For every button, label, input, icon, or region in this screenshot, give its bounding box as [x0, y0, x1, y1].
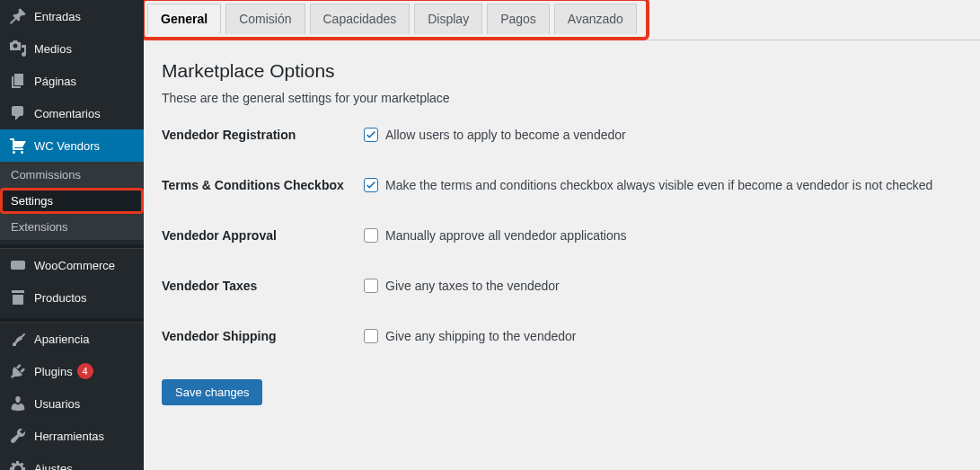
- sidebar-item-wc-vendors[interactable]: WC Vendors: [0, 129, 144, 162]
- sidebar-item-comentarios[interactable]: Comentarios: [0, 97, 144, 129]
- pin-icon: [9, 7, 27, 25]
- settings-tabs: General Comisión Capacidades Display Pag…: [147, 4, 637, 34]
- comment-icon: [9, 104, 27, 122]
- sidebar-item-apariencia[interactable]: Apariencia: [0, 323, 144, 355]
- checkbox-shipping[interactable]: [364, 329, 378, 343]
- tab-comision[interactable]: Comisión: [225, 4, 305, 34]
- form-text: Manually approve all vendedor applicatio…: [385, 228, 627, 243]
- form-label: Terms & Conditions Checkbox: [162, 178, 364, 192]
- plugin-update-badge: 4: [77, 363, 93, 379]
- page-icon: [9, 72, 27, 90]
- sidebar-item-productos[interactable]: Productos: [0, 281, 144, 314]
- media-icon: [9, 40, 27, 58]
- sub-item-commissions[interactable]: Commissions: [0, 162, 144, 188]
- sidebar-label: Usuarios: [34, 397, 80, 411]
- form-label: Vendedor Registration: [162, 128, 364, 142]
- tabs-highlight-box: General Comisión Capacidades Display Pag…: [144, 0, 649, 40]
- sidebar-label: WooCommerce: [34, 259, 115, 272]
- sidebar-label: WC Vendors: [34, 139, 100, 153]
- woocommerce-icon: [9, 256, 27, 274]
- sidebar-label: Medios: [34, 42, 72, 56]
- form-text: Give any taxes to the vendedor: [385, 279, 560, 293]
- sidebar-label: Productos: [34, 291, 87, 305]
- checkbox-terms[interactable]: [364, 178, 378, 192]
- form-row-registration: Vendedor Registration Allow users to app…: [162, 128, 962, 142]
- tab-general[interactable]: General: [147, 4, 221, 34]
- form-row-shipping: Vendedor Shipping Give any shipping to t…: [162, 329, 962, 343]
- page-title: Marketplace Options: [162, 60, 962, 82]
- save-button[interactable]: Save changes: [162, 379, 262, 405]
- form-label: Vendedor Approval: [162, 228, 364, 243]
- form-text: Give any shipping to the vendedor: [385, 329, 576, 343]
- sidebar-item-usuarios[interactable]: Usuarios: [0, 387, 144, 420]
- cart-icon: [9, 137, 27, 155]
- tab-avanzado[interactable]: Avanzado: [554, 4, 637, 34]
- sidebar-label: Plugins: [34, 365, 73, 378]
- sidebar-item-plugins[interactable]: Plugins 4: [0, 355, 144, 387]
- tab-display[interactable]: Display: [414, 4, 482, 34]
- plugin-icon: [9, 362, 27, 380]
- page-description: These are the general settings for your …: [162, 91, 962, 105]
- brush-icon: [9, 330, 27, 348]
- form-label: Vendedor Taxes: [162, 279, 364, 293]
- sidebar-label: Comentarios: [34, 107, 101, 120]
- sidebar-label: Entradas: [34, 10, 81, 23]
- form-text: Allow users to apply to become a vendedo…: [385, 128, 626, 142]
- settings-icon: [9, 459, 27, 470]
- sidebar-label: Apariencia: [34, 333, 89, 346]
- sidebar-submenu: Commissions Settings Extensions: [0, 162, 144, 240]
- sub-item-extensions[interactable]: Extensions: [0, 214, 144, 240]
- sidebar-item-herramientas[interactable]: Herramientas: [0, 420, 144, 452]
- sidebar-item-woocommerce[interactable]: WooCommerce: [0, 249, 144, 281]
- admin-sidebar: Entradas Medios Páginas Comentarios WC V…: [0, 0, 144, 470]
- sidebar-label: Páginas: [34, 75, 76, 88]
- checkbox-approval[interactable]: [364, 228, 378, 243]
- form-text: Make the terms and conditions checkbox a…: [385, 178, 932, 192]
- wrench-icon: [9, 427, 27, 445]
- sidebar-item-entradas[interactable]: Entradas: [0, 0, 144, 32]
- sub-item-settings[interactable]: Settings: [0, 188, 144, 214]
- main-content: General Comisión Capacidades Display Pag…: [144, 0, 980, 470]
- form-row-taxes: Vendedor Taxes Give any taxes to the ven…: [162, 279, 962, 293]
- user-icon: [9, 395, 27, 412]
- svg-rect-0: [11, 261, 25, 270]
- sidebar-item-paginas[interactable]: Páginas: [0, 65, 144, 97]
- form-label: Vendedor Shipping: [162, 329, 364, 343]
- sidebar-label: Ajustes: [34, 462, 73, 471]
- sidebar-item-medios[interactable]: Medios: [0, 32, 144, 65]
- checkbox-taxes[interactable]: [364, 279, 378, 293]
- checkbox-registration[interactable]: [364, 128, 378, 142]
- form-row-terms: Terms & Conditions Checkbox Make the ter…: [162, 178, 962, 192]
- sidebar-item-ajustes[interactable]: Ajustes: [0, 452, 144, 470]
- sidebar-label: Herramientas: [34, 430, 104, 443]
- tab-pagos[interactable]: Pagos: [487, 4, 550, 34]
- product-icon: [9, 288, 27, 306]
- form-row-approval: Vendedor Approval Manually approve all v…: [162, 228, 962, 243]
- tab-capacidades[interactable]: Capacidades: [310, 4, 411, 34]
